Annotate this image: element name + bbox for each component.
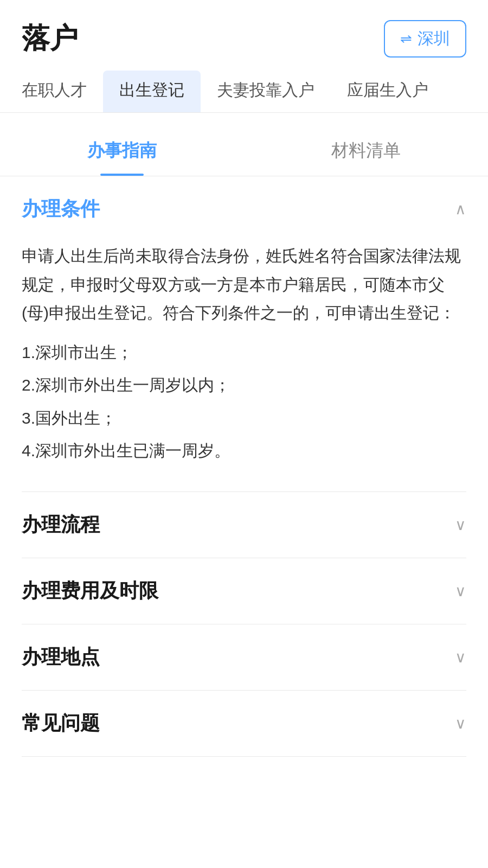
nav-tab-chusheng[interactable]: 出生登记 [103,71,201,112]
section-conditions: 办理条件 ∧ 申请人出生后尚未取得合法身份，姓氏姓名符合国家法律法规规定，申报时… [22,176,466,492]
section-fee-header[interactable]: 办理费用及时限 ∨ [22,558,466,624]
tab-guide[interactable]: 办事指南 [0,124,244,176]
city-selector-button[interactable]: ⇌ 深圳 [384,20,466,58]
main-content: 办理条件 ∧ 申请人出生后尚未取得合法身份，姓氏姓名符合国家法律法规规定，申报时… [0,176,488,757]
section-process-title: 办理流程 [22,512,100,538]
chevron-up-icon: ∧ [455,200,466,218]
chevron-down-icon-faq: ∨ [455,714,466,732]
section-faq-header[interactable]: 常见问题 ∨ [22,691,466,756]
nav-tab-fuqi[interactable]: 夫妻投靠入户 [201,71,331,112]
section-conditions-header[interactable]: 办理条件 ∧ [22,176,466,242]
section-fee-title: 办理费用及时限 [22,578,158,604]
nav-tab-zaizhi[interactable]: 在职人才 [22,71,103,112]
header: 落户 ⇌ 深圳 [0,0,488,71]
nav-tabs: 在职人才 出生登记 夫妻投靠入户 应届生入户 [0,71,488,113]
nav-tab-yingjie[interactable]: 应届生入户 [331,71,445,112]
section-location-header[interactable]: 办理地点 ∨ [22,624,466,690]
section-location: 办理地点 ∨ [22,624,466,691]
tab-materials[interactable]: 材料清单 [244,124,488,176]
chevron-down-icon-fee: ∨ [455,582,466,600]
chevron-down-icon-location: ∨ [455,648,466,666]
section-conditions-title: 办理条件 [22,196,100,222]
city-name: 深圳 [418,28,450,50]
section-process: 办理流程 ∨ [22,492,466,558]
content-tabs: 办事指南 材料清单 [0,124,488,176]
section-location-title: 办理地点 [22,644,100,671]
condition-item-1: 1.深圳市出生； [22,339,466,367]
chevron-down-icon-process: ∨ [455,516,466,534]
section-fee: 办理费用及时限 ∨ [22,558,466,624]
swap-icon: ⇌ [400,30,412,47]
condition-item-4: 4.深圳市外出生已满一周岁。 [22,437,466,465]
section-faq: 常见问题 ∨ [22,691,466,757]
section-process-header[interactable]: 办理流程 ∨ [22,492,466,558]
condition-item-2: 2.深圳市外出生一周岁以内； [22,371,466,400]
conditions-content: 申请人出生后尚未取得合法身份，姓氏姓名符合国家法律法规规定，申报时父母双方或一方… [22,242,466,492]
section-faq-title: 常见问题 [22,710,100,737]
conditions-paragraph: 申请人出生后尚未取得合法身份，姓氏姓名符合国家法律法规规定，申报时父母双方或一方… [22,242,466,328]
page-title: 落户 [22,20,78,58]
condition-item-3: 3.国外出生； [22,404,466,433]
